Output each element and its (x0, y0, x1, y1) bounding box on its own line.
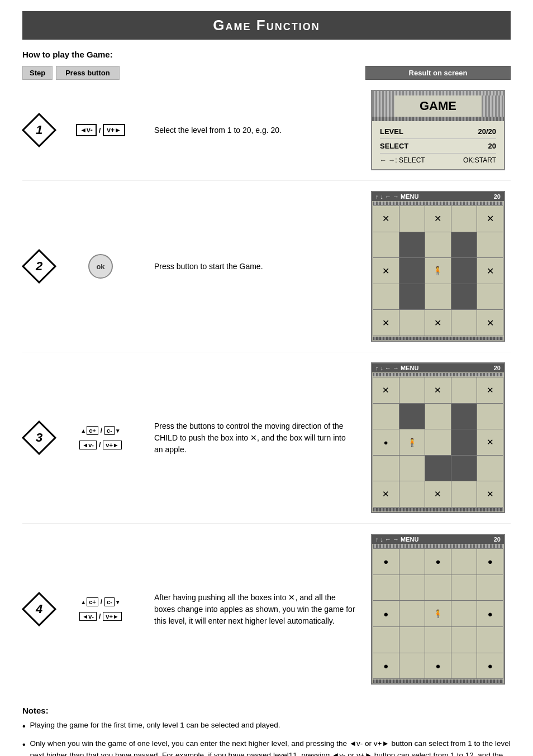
g3-3 (451, 377, 477, 403)
cell-2-18 (451, 284, 477, 310)
how-to-title: How to play the Game: (22, 50, 511, 59)
result-area-4: ↑ ↓ ← → MENU 20 ● ● (365, 534, 511, 685)
v-buttons-4: ◄v- / v+► (79, 612, 121, 621)
v-plus-3: v+► (103, 441, 121, 449)
cell-2-19 (477, 284, 503, 310)
v-plus-4: v+► (103, 612, 121, 621)
title-area-1: GAME (372, 95, 504, 117)
g3-19 (477, 456, 503, 481)
cell-2-20: ✕ (373, 310, 399, 336)
ch-up-arrow: ▲ (80, 428, 86, 434)
arrow-right-icon-4: → (393, 536, 399, 543)
arrow-right-icon: → (393, 193, 399, 200)
ch-up-btn: ▲ c+ (80, 426, 98, 435)
header-bar: Game Function (22, 11, 511, 40)
g4-15 (373, 627, 399, 653)
slash-1: / (99, 126, 101, 135)
g4-24: ● (477, 653, 503, 679)
cell-2-23 (451, 310, 477, 336)
press-label: Press button (56, 66, 119, 80)
board-grid-3: ✕ ✕ ✕ ● 🧍 (373, 377, 503, 508)
ch-down-arrow: ▼ (115, 428, 121, 434)
step-number-3: 3 (22, 422, 56, 453)
note-text-2: Only when you win the game of one level,… (30, 738, 511, 756)
cell-2-0: ✕ (373, 206, 399, 232)
board-bottom-stripe-4 (373, 680, 503, 683)
board-bottom-stripe-3 (373, 508, 503, 511)
cell-2-6 (399, 232, 425, 258)
g4-7 (425, 575, 451, 601)
diamond-4: 4 (23, 594, 55, 625)
desc-text-1: Select the level from 1 to 20, e.g. 20. (154, 126, 282, 135)
g3-14: ✕ (477, 429, 503, 455)
ch-slash: / (101, 427, 102, 434)
board-bottom-stripe-2 (373, 337, 503, 340)
step-row-3: 3 ▲ c+ / c- ▼ ◄v- / (22, 352, 511, 524)
menu-label-4: MENU (401, 536, 418, 543)
right-stripe-1 (482, 95, 504, 117)
g3-10-apple: ● (373, 429, 399, 455)
g4-0: ● (373, 549, 399, 575)
menu-value-2: 20 (494, 193, 501, 200)
cell-2-13 (451, 258, 477, 284)
c-minus-4: c- (104, 597, 115, 606)
header-icons-4: ↑ ↓ ← → MENU (375, 536, 418, 543)
g4-6 (399, 575, 425, 601)
arrow-left-icon: ← (385, 193, 391, 200)
step-number-4: 4 (22, 594, 56, 625)
step-row-1: 1 ◄v- / v+► Select the level from 1 to 2… (22, 80, 511, 181)
board-header-4: ↑ ↓ ← → MENU 20 (372, 535, 504, 544)
level-row: LEVEL 20/20 (380, 125, 496, 139)
left-stripe-1 (372, 95, 394, 117)
g4-9 (477, 575, 503, 601)
board-stripe-3 (373, 373, 503, 376)
cell-2-17 (425, 284, 451, 310)
cell-2-1 (399, 206, 425, 232)
result-label: Result on screen (365, 66, 511, 80)
ch-down-arrow-4: ▼ (115, 599, 121, 605)
btn-area-3: ▲ c+ / c- ▼ ◄v- / v+► (56, 426, 145, 449)
desc-text-4: After having pushing all the boxes into … (154, 593, 355, 625)
cell-2-22: ✕ (425, 310, 451, 336)
arrow-left-icon-3: ← (385, 365, 391, 371)
g3-2: ✕ (425, 377, 451, 403)
g4-16 (399, 627, 425, 653)
note-text-1: Playing the game for the first time, onl… (30, 720, 280, 731)
arrow-up-icon-4: ↑ (375, 536, 379, 543)
board-screen-3: ↑ ↓ ← → MENU 20 ✕ ✕ (371, 362, 505, 513)
g3-9 (477, 404, 503, 429)
desc-area-4: After having pushing all the boxes into … (145, 592, 365, 627)
g4-18 (451, 627, 477, 653)
result-area-1: GAME LEVEL 20/20 SELECT 20 (365, 90, 511, 170)
g3-6 (399, 404, 425, 429)
bullet-2: • (22, 738, 26, 752)
v-slash-4: / (99, 613, 101, 620)
ok-button[interactable]: ok (88, 254, 113, 279)
steps-container: 1 ◄v- / v+► Select the level from 1 to 2… (22, 80, 511, 695)
diamond-3: 3 (23, 422, 55, 453)
g3-11-person: 🧍 (399, 429, 425, 455)
g4-2: ● (425, 549, 451, 575)
game-screen-1: GAME LEVEL 20/20 SELECT 20 (371, 90, 505, 170)
notes-section: Notes: • Playing the game for the first … (22, 706, 511, 756)
note-item-1: • Playing the game for the first time, o… (22, 720, 511, 734)
desc-area-1: Select the level from 1 to 20, e.g. 20. (145, 125, 365, 136)
g4-3 (451, 549, 477, 575)
c-minus: c- (104, 426, 115, 435)
desc-text-2: Press button to start the Game. (154, 262, 263, 271)
menu-value-4: 20 (494, 536, 501, 543)
step-num-text-4: 4 (36, 602, 42, 616)
g4-1 (399, 549, 425, 575)
g3-5 (373, 404, 399, 429)
g4-20: ● (373, 653, 399, 679)
v-minus-4: ◄v- (79, 612, 97, 621)
board-grid-4: ● ● ● ● 🧍 (373, 548, 503, 679)
arrow-left-icon-4: ← (385, 536, 391, 543)
menu-label-3: MENU (401, 365, 418, 371)
cell-2-9 (477, 232, 503, 258)
g3-15 (373, 456, 399, 481)
g4-12-person: 🧍 (425, 601, 451, 626)
nav-label: ← →: SELECT (380, 156, 425, 164)
step-num-text-1: 1 (36, 123, 42, 137)
arrow-up-icon: ↑ (375, 193, 379, 200)
